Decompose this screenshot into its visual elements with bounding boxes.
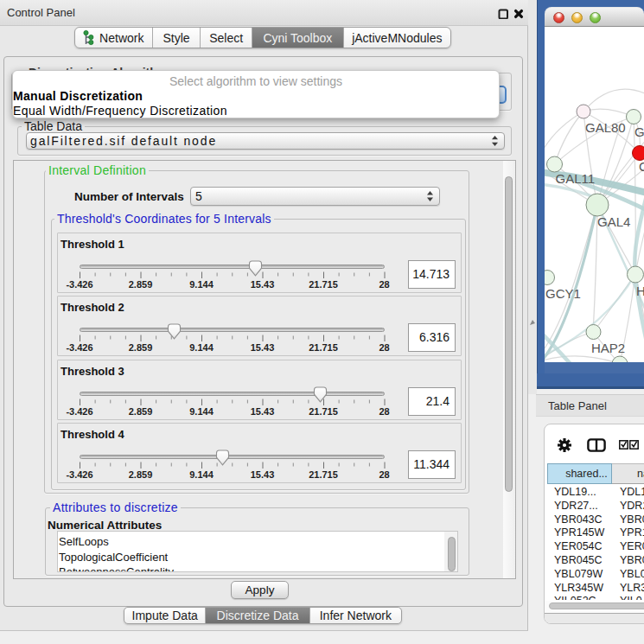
svg-text:GCY1: GCY1 [545,286,581,301]
svg-text:C: C [639,159,644,174]
svg-text:HIS4: HIS4 [636,284,644,298]
svg-text:GAL80: GAL80 [585,120,626,135]
svg-text:GAL11: GAL11 [556,171,596,186]
svg-text:GAL4: GAL4 [597,214,630,229]
svg-text:HAP2: HAP2 [591,341,625,355]
svg-text:GAL2: GAL2 [634,124,644,139]
